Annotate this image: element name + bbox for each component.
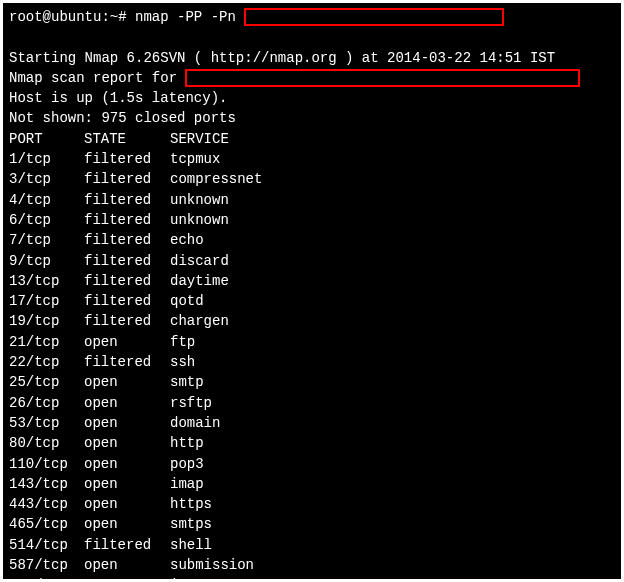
table-row: 1/tcpfilteredtcpmux — [9, 149, 615, 169]
cell-service: daytime — [170, 271, 229, 291]
cell-port: 53/tcp — [9, 413, 84, 433]
terminal-window[interactable]: root@ubuntu:~# nmap -PP -Pn Starting Nma… — [3, 3, 621, 579]
cell-state: filtered — [84, 352, 170, 372]
table-row: 22/tcpfilteredssh — [9, 352, 615, 372]
redacted-host — [185, 69, 580, 87]
table-row: 21/tcpopenftp — [9, 332, 615, 352]
cell-port: 17/tcp — [9, 291, 84, 311]
cell-service: discard — [170, 251, 229, 271]
cell-port: 9/tcp — [9, 251, 84, 271]
table-row: 19/tcpfilteredchargen — [9, 311, 615, 331]
cell-state: open — [84, 433, 170, 453]
cell-service: unknown — [170, 210, 229, 230]
cell-port: 587/tcp — [9, 555, 84, 575]
cell-service: imap — [170, 474, 204, 494]
table-row: 3/tcpfilteredcompressnet — [9, 169, 615, 189]
cell-service: pop3 — [170, 454, 204, 474]
cell-port: 110/tcp — [9, 454, 84, 474]
shell-prompt: root@ubuntu:~# — [9, 7, 135, 27]
table-row: 17/tcpfilteredqotd — [9, 291, 615, 311]
cell-port: 7/tcp — [9, 230, 84, 250]
cell-state: filtered — [84, 311, 170, 331]
cell-state: open — [84, 454, 170, 474]
cell-service: domain — [170, 413, 220, 433]
cell-state: open — [84, 494, 170, 514]
table-row: 514/tcpfilteredshell — [9, 535, 615, 555]
cell-service: imaps — [170, 575, 212, 579]
header-port: PORT — [9, 129, 84, 149]
table-row: 110/tcpopenpop3 — [9, 454, 615, 474]
cell-port: 993/tcp — [9, 575, 84, 579]
cell-service: tcpmux — [170, 149, 220, 169]
cell-port: 6/tcp — [9, 210, 84, 230]
cell-state: open — [84, 393, 170, 413]
redacted-target — [244, 8, 504, 26]
table-row: 993/tcpopenimaps — [9, 575, 615, 579]
table-row: 25/tcpopensmtp — [9, 372, 615, 392]
cell-service: http — [170, 433, 204, 453]
cell-state: open — [84, 555, 170, 575]
cell-service: echo — [170, 230, 204, 250]
cell-service: ssh — [170, 352, 195, 372]
cell-port: 26/tcp — [9, 393, 84, 413]
cell-port: 19/tcp — [9, 311, 84, 331]
table-row: 6/tcpfilteredunknown — [9, 210, 615, 230]
cell-service: rsftp — [170, 393, 212, 413]
cell-state: open — [84, 575, 170, 579]
port-table-body: 1/tcpfilteredtcpmux3/tcpfilteredcompress… — [9, 149, 615, 579]
table-row: 587/tcpopensubmission — [9, 555, 615, 575]
cell-port: 3/tcp — [9, 169, 84, 189]
cell-state: filtered — [84, 271, 170, 291]
cell-state: filtered — [84, 251, 170, 271]
header-state: STATE — [84, 129, 170, 149]
cell-service: smtp — [170, 372, 204, 392]
cell-port: 514/tcp — [9, 535, 84, 555]
cell-port: 465/tcp — [9, 514, 84, 534]
table-header-row: PORTSTATESERVICE — [9, 129, 615, 149]
cell-port: 22/tcp — [9, 352, 84, 372]
cell-state: filtered — [84, 149, 170, 169]
table-row: 13/tcpfiltereddaytime — [9, 271, 615, 291]
cell-service: chargen — [170, 311, 229, 331]
cell-port: 80/tcp — [9, 433, 84, 453]
cell-state: open — [84, 413, 170, 433]
scan-report-prefix: Nmap scan report for — [9, 68, 185, 88]
cell-port: 4/tcp — [9, 190, 84, 210]
cell-state: filtered — [84, 169, 170, 189]
cell-port: 21/tcp — [9, 332, 84, 352]
table-row: 465/tcpopensmtps — [9, 514, 615, 534]
cell-service: https — [170, 494, 212, 514]
table-row: 4/tcpfilteredunknown — [9, 190, 615, 210]
cell-port: 1/tcp — [9, 149, 84, 169]
cell-port: 143/tcp — [9, 474, 84, 494]
cell-service: qotd — [170, 291, 204, 311]
table-row: 7/tcpfilteredecho — [9, 230, 615, 250]
cell-service: shell — [170, 535, 212, 555]
header-service: SERVICE — [170, 129, 229, 149]
not-shown-line: Not shown: 975 closed ports — [9, 108, 615, 128]
cell-state: filtered — [84, 230, 170, 250]
table-row: 9/tcpfiltereddiscard — [9, 251, 615, 271]
table-row: 80/tcpopenhttp — [9, 433, 615, 453]
cell-service: unknown — [170, 190, 229, 210]
command-text: nmap -PP -Pn — [135, 7, 244, 27]
table-row: 443/tcpopenhttps — [9, 494, 615, 514]
cell-state: open — [84, 372, 170, 392]
scan-report-line: Nmap scan report for — [9, 68, 615, 88]
cell-service: smtps — [170, 514, 212, 534]
cell-service: compressnet — [170, 169, 262, 189]
blank-line — [9, 27, 615, 47]
cell-state: filtered — [84, 535, 170, 555]
cell-service: submission — [170, 555, 254, 575]
cell-port: 25/tcp — [9, 372, 84, 392]
cell-state: open — [84, 332, 170, 352]
host-up-line: Host is up (1.5s latency). — [9, 88, 615, 108]
command-prompt-line: root@ubuntu:~# nmap -PP -Pn — [9, 7, 615, 27]
cell-port: 13/tcp — [9, 271, 84, 291]
cell-state: filtered — [84, 291, 170, 311]
table-row: 143/tcpopenimap — [9, 474, 615, 494]
cell-state: filtered — [84, 210, 170, 230]
table-row: 26/tcpopenrsftp — [9, 393, 615, 413]
starting-line: Starting Nmap 6.26SVN ( http://nmap.org … — [9, 48, 615, 68]
table-row: 53/tcpopendomain — [9, 413, 615, 433]
